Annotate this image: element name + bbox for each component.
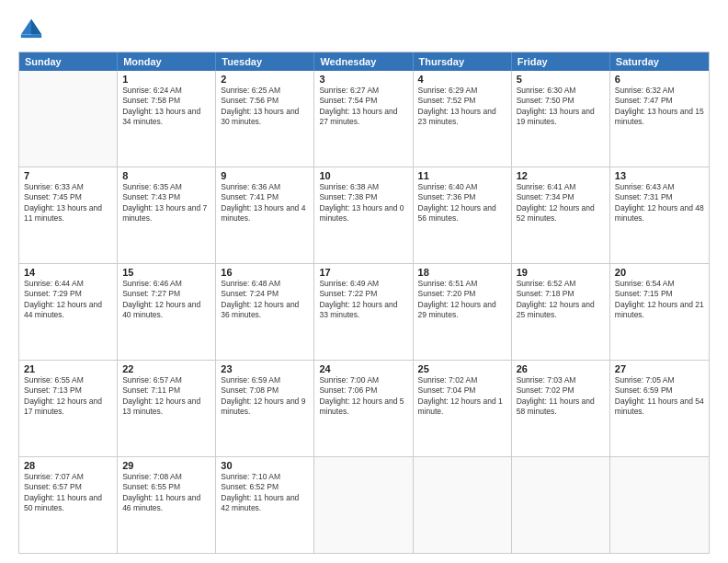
- cell-info: Sunrise: 6:32 AMSunset: 7:47 PMDaylight:…: [615, 86, 704, 128]
- cell-info: Sunrise: 6:59 AMSunset: 7:08 PMDaylight:…: [221, 375, 309, 418]
- calendar-cell: 23Sunrise: 6:59 AMSunset: 7:08 PMDayligh…: [216, 361, 314, 456]
- svg-marker-1: [31, 19, 41, 35]
- calendar-cell: 6Sunrise: 6:32 AMSunset: 7:47 PMDaylight…: [610, 71, 709, 167]
- calendar-cell: 26Sunrise: 7:03 AMSunset: 7:02 PMDayligh…: [512, 361, 610, 456]
- calendar-cell: 15Sunrise: 6:46 AMSunset: 7:27 PMDayligh…: [118, 264, 216, 360]
- calendar-cell: 8Sunrise: 6:35 AMSunset: 7:43 PMDaylight…: [118, 167, 216, 263]
- calendar-cell: 14Sunrise: 6:44 AMSunset: 7:29 PMDayligh…: [19, 264, 118, 360]
- svg-rect-2: [21, 35, 41, 39]
- calendar-cell: 28Sunrise: 7:07 AMSunset: 6:57 PMDayligh…: [19, 457, 118, 553]
- calendar-cell: 20Sunrise: 6:54 AMSunset: 7:15 PMDayligh…: [610, 264, 709, 360]
- day-number: 10: [319, 170, 407, 181]
- calendar-cell: 10Sunrise: 6:38 AMSunset: 7:38 PMDayligh…: [314, 167, 413, 263]
- day-number: 15: [122, 267, 210, 278]
- cell-info: Sunrise: 6:57 AMSunset: 7:11 PMDaylight:…: [122, 375, 210, 418]
- day-number: 23: [221, 363, 309, 374]
- cell-info: Sunrise: 6:38 AMSunset: 7:38 PMDaylight:…: [319, 182, 407, 224]
- logo-icon: [18, 17, 44, 42]
- calendar-cell: 29Sunrise: 7:08 AMSunset: 6:55 PMDayligh…: [118, 457, 216, 553]
- cell-info: Sunrise: 6:36 AMSunset: 7:41 PMDaylight:…: [221, 182, 309, 224]
- cell-info: Sunrise: 6:40 AMSunset: 7:36 PMDaylight:…: [418, 182, 506, 224]
- calendar-cell: 12Sunrise: 6:41 AMSunset: 7:34 PMDayligh…: [512, 167, 610, 263]
- day-number: 7: [24, 170, 112, 181]
- calendar-header: SundayMondayTuesdayWednesdayThursdayFrid…: [19, 52, 709, 71]
- cell-info: Sunrise: 6:48 AMSunset: 7:24 PMDaylight:…: [221, 279, 309, 321]
- day-number: 1: [122, 74, 210, 85]
- header: [18, 17, 710, 42]
- day-number: 28: [24, 460, 112, 471]
- day-number: 4: [418, 74, 506, 85]
- day-number: 2: [221, 74, 309, 85]
- header-day-friday: Friday: [512, 52, 610, 71]
- calendar-row-5: 28Sunrise: 7:07 AMSunset: 6:57 PMDayligh…: [19, 456, 709, 553]
- cell-info: Sunrise: 7:03 AMSunset: 7:02 PMDaylight:…: [517, 375, 605, 418]
- calendar-cell: 7Sunrise: 6:33 AMSunset: 7:45 PMDaylight…: [19, 167, 118, 263]
- cell-info: Sunrise: 7:10 AMSunset: 6:52 PMDaylight:…: [221, 472, 309, 514]
- calendar-cell: 11Sunrise: 6:40 AMSunset: 7:36 PMDayligh…: [414, 167, 512, 263]
- calendar-cell: [19, 71, 118, 167]
- cell-info: Sunrise: 7:08 AMSunset: 6:55 PMDaylight:…: [122, 472, 210, 514]
- day-number: 11: [418, 170, 506, 181]
- calendar-row-4: 21Sunrise: 6:55 AMSunset: 7:13 PMDayligh…: [19, 360, 709, 456]
- cell-info: Sunrise: 7:05 AMSunset: 6:59 PMDaylight:…: [615, 375, 704, 418]
- calendar-cell: 30Sunrise: 7:10 AMSunset: 6:52 PMDayligh…: [216, 457, 314, 553]
- calendar-cell: [414, 457, 512, 553]
- header-day-sunday: Sunday: [19, 52, 118, 71]
- cell-info: Sunrise: 6:24 AMSunset: 7:58 PMDaylight:…: [122, 86, 210, 128]
- cell-info: Sunrise: 6:55 AMSunset: 7:13 PMDaylight:…: [24, 375, 112, 418]
- cell-info: Sunrise: 6:49 AMSunset: 7:22 PMDaylight:…: [319, 279, 407, 321]
- day-number: 26: [517, 363, 605, 374]
- calendar-cell: 2Sunrise: 6:25 AMSunset: 7:56 PMDaylight…: [216, 71, 314, 167]
- cell-info: Sunrise: 6:44 AMSunset: 7:29 PMDaylight:…: [24, 279, 112, 321]
- day-number: 30: [221, 460, 309, 471]
- calendar-cell: [512, 457, 610, 553]
- header-day-thursday: Thursday: [414, 52, 512, 71]
- day-number: 21: [24, 363, 112, 374]
- day-number: 19: [517, 267, 605, 278]
- calendar-cell: 24Sunrise: 7:00 AMSunset: 7:06 PMDayligh…: [314, 361, 413, 456]
- calendar-cell: 1Sunrise: 6:24 AMSunset: 7:58 PMDaylight…: [118, 71, 216, 167]
- cell-info: Sunrise: 6:43 AMSunset: 7:31 PMDaylight:…: [615, 182, 704, 224]
- day-number: 29: [122, 460, 210, 471]
- cell-info: Sunrise: 6:54 AMSunset: 7:15 PMDaylight:…: [615, 279, 704, 321]
- calendar-cell: 22Sunrise: 6:57 AMSunset: 7:11 PMDayligh…: [118, 361, 216, 456]
- day-number: 13: [615, 170, 704, 181]
- day-number: 24: [319, 363, 407, 374]
- calendar-cell: [314, 457, 413, 553]
- calendar-body: 1Sunrise: 6:24 AMSunset: 7:58 PMDaylight…: [19, 71, 709, 553]
- day-number: 6: [615, 74, 704, 85]
- day-number: 8: [122, 170, 210, 181]
- calendar-cell: 17Sunrise: 6:49 AMSunset: 7:22 PMDayligh…: [314, 264, 413, 360]
- cell-info: Sunrise: 6:25 AMSunset: 7:56 PMDaylight:…: [221, 86, 309, 128]
- page: SundayMondayTuesdayWednesdayThursdayFrid…: [0, 0, 728, 563]
- calendar: SundayMondayTuesdayWednesdayThursdayFrid…: [18, 52, 710, 554]
- cell-info: Sunrise: 6:41 AMSunset: 7:34 PMDaylight:…: [517, 182, 605, 224]
- day-number: 22: [122, 363, 210, 374]
- calendar-row-3: 14Sunrise: 6:44 AMSunset: 7:29 PMDayligh…: [19, 263, 709, 360]
- calendar-cell: 25Sunrise: 7:02 AMSunset: 7:04 PMDayligh…: [414, 361, 512, 456]
- calendar-cell: 16Sunrise: 6:48 AMSunset: 7:24 PMDayligh…: [216, 264, 314, 360]
- day-number: 9: [221, 170, 309, 181]
- cell-info: Sunrise: 7:00 AMSunset: 7:06 PMDaylight:…: [319, 375, 407, 418]
- cell-info: Sunrise: 6:46 AMSunset: 7:27 PMDaylight:…: [122, 279, 210, 321]
- cell-info: Sunrise: 6:30 AMSunset: 7:50 PMDaylight:…: [517, 86, 605, 128]
- header-day-monday: Monday: [118, 52, 216, 71]
- day-number: 12: [517, 170, 605, 181]
- calendar-cell: 27Sunrise: 7:05 AMSunset: 6:59 PMDayligh…: [610, 361, 709, 456]
- calendar-cell: 18Sunrise: 6:51 AMSunset: 7:20 PMDayligh…: [414, 264, 512, 360]
- cell-info: Sunrise: 6:51 AMSunset: 7:20 PMDaylight:…: [418, 279, 506, 321]
- cell-info: Sunrise: 6:29 AMSunset: 7:52 PMDaylight:…: [418, 86, 506, 128]
- calendar-cell: 3Sunrise: 6:27 AMSunset: 7:54 PMDaylight…: [314, 71, 413, 167]
- cell-info: Sunrise: 6:52 AMSunset: 7:18 PMDaylight:…: [517, 279, 605, 321]
- day-number: 25: [418, 363, 506, 374]
- calendar-cell: 5Sunrise: 6:30 AMSunset: 7:50 PMDaylight…: [512, 71, 610, 167]
- header-day-tuesday: Tuesday: [216, 52, 314, 71]
- cell-info: Sunrise: 6:35 AMSunset: 7:43 PMDaylight:…: [122, 182, 210, 224]
- calendar-cell: 9Sunrise: 6:36 AMSunset: 7:41 PMDaylight…: [216, 167, 314, 263]
- cell-info: Sunrise: 7:02 AMSunset: 7:04 PMDaylight:…: [418, 375, 506, 418]
- calendar-row-2: 7Sunrise: 6:33 AMSunset: 7:45 PMDaylight…: [19, 167, 709, 263]
- calendar-cell: 21Sunrise: 6:55 AMSunset: 7:13 PMDayligh…: [19, 361, 118, 456]
- header-day-wednesday: Wednesday: [314, 52, 413, 71]
- calendar-cell: 19Sunrise: 6:52 AMSunset: 7:18 PMDayligh…: [512, 264, 610, 360]
- calendar-cell: [610, 457, 709, 553]
